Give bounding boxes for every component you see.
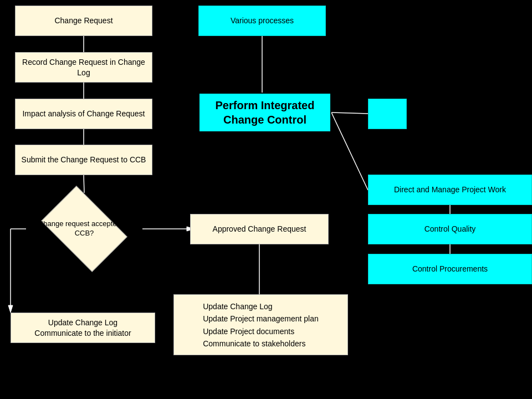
record-change-box: Record Change Request in Change Log xyxy=(15,52,152,83)
update-approved-box: Update Change Log Update Project managem… xyxy=(173,294,348,355)
direct-manage-box: Direct and Manage Project Work xyxy=(368,175,532,205)
svg-line-12 xyxy=(331,112,368,114)
svg-line-3 xyxy=(84,175,84,193)
various-processes-box: Various processes xyxy=(198,6,326,36)
control-quality-box: Control Quality xyxy=(368,214,532,244)
cyan-indicator-box xyxy=(368,99,407,129)
flowchart: Change Request Various processes Record … xyxy=(0,0,532,399)
submit-ccb-box: Submit the Change Request to CCB xyxy=(15,145,152,175)
update-approved-text: Update Change Log Update Project managem… xyxy=(203,300,319,350)
impact-analysis-box: Impact analysis of Change Request xyxy=(15,99,152,129)
change-request-box: Change Request xyxy=(15,6,152,36)
svg-marker-15 xyxy=(8,305,13,313)
diamond-decision: Change request accepted by CCB? xyxy=(29,193,140,265)
svg-line-11 xyxy=(331,112,368,190)
control-procurements-box: Control Procurements xyxy=(368,254,532,284)
perform-integrated-box: Perform Integrated Change Control xyxy=(198,93,331,132)
approved-change-box: Approved Change Request xyxy=(190,214,329,244)
diamond-label: Change request accepted by CCB? xyxy=(29,193,140,265)
update-rejected-box: Update Change Log Communicate to the ini… xyxy=(11,313,155,343)
